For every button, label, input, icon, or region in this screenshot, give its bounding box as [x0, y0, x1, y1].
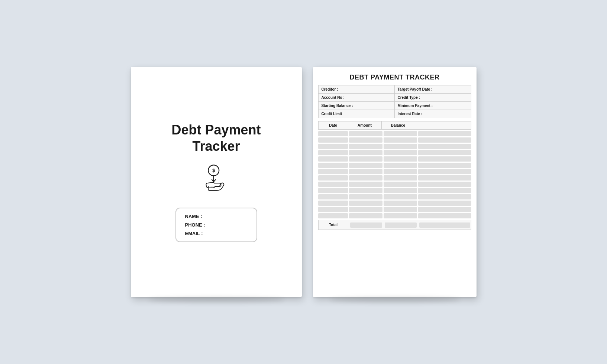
- cell-amount-11: [349, 201, 382, 206]
- cell-extra-2: [418, 144, 471, 149]
- cell-amount-6: [349, 169, 382, 174]
- target-payoff-label: Target Payoff Date :: [395, 85, 471, 94]
- cell-extra-7: [418, 175, 471, 181]
- cell-date-3: [318, 150, 348, 155]
- cell-extra-8: [418, 182, 471, 187]
- cell-balance-7: [384, 175, 417, 181]
- cell-amount-9: [349, 188, 382, 193]
- cell-extra-1: [418, 137, 471, 143]
- cell-extra-5: [418, 163, 471, 168]
- cell-balance-5: [384, 163, 417, 168]
- cell-date-11: [318, 201, 348, 206]
- table-row: [318, 188, 471, 193]
- payment-icon: $: [200, 163, 233, 196]
- cell-date-12: [318, 207, 348, 212]
- phone-label: PHONE :: [185, 222, 248, 228]
- table-row: [318, 131, 471, 136]
- table-row: [318, 175, 471, 181]
- cell-amount-0: [349, 131, 382, 136]
- tracker-table: Date Amount Balance: [318, 121, 471, 292]
- col-header-amount: Amount: [348, 121, 382, 129]
- credit-limit-label: Credit Limit: [319, 110, 395, 118]
- cell-extra-6: [418, 169, 471, 174]
- cell-amount-2: [349, 144, 382, 149]
- table-row: [318, 207, 471, 212]
- left-page: Debt Payment Tracker $ NAME : PHONE : EM…: [131, 67, 302, 297]
- cell-balance-12: [384, 207, 417, 212]
- table-header-row: Date Amount Balance: [318, 121, 471, 130]
- account-no-label: Account No :: [319, 94, 395, 102]
- cell-balance-8: [384, 182, 417, 187]
- minimum-payment-label: Minimum Payment :: [395, 102, 471, 110]
- cell-date-0: [318, 131, 348, 136]
- right-page: DEBT PAYMENT TRACKER Creditor : Target P…: [313, 67, 477, 297]
- table-row: [318, 163, 471, 168]
- col-header-extra: [415, 121, 471, 129]
- cell-date-6: [318, 169, 348, 174]
- cell-balance-9: [384, 188, 417, 193]
- table-row: [318, 150, 471, 155]
- table-row: [318, 169, 471, 174]
- left-page-title: Debt Payment Tracker: [171, 122, 261, 154]
- table-row: [318, 201, 471, 206]
- cell-date-8: [318, 182, 348, 187]
- cell-extra-13: [418, 213, 471, 218]
- table-row: [318, 213, 471, 218]
- table-row: [318, 137, 471, 143]
- cell-balance-4: [384, 156, 417, 162]
- cell-amount-13: [349, 213, 382, 218]
- cell-amount-4: [349, 156, 382, 162]
- creditor-label: Creditor :: [319, 85, 395, 94]
- cell-extra-9: [418, 188, 471, 193]
- cell-extra-11: [418, 201, 471, 206]
- cell-extra-3: [418, 150, 471, 155]
- email-label: EMAIL :: [185, 231, 248, 236]
- cell-amount-10: [349, 194, 382, 199]
- cell-amount-7: [349, 175, 382, 181]
- cell-amount-5: [349, 163, 382, 168]
- total-row: Total: [318, 220, 471, 230]
- table-row: [318, 144, 471, 149]
- cell-amount-3: [349, 150, 382, 155]
- pages-container: Debt Payment Tracker $ NAME : PHONE : EM…: [131, 67, 477, 297]
- total-amount-bar: [350, 222, 382, 228]
- cell-date-13: [318, 213, 348, 218]
- table-row: [318, 156, 471, 162]
- cell-extra-4: [418, 156, 471, 162]
- cell-date-5: [318, 163, 348, 168]
- cell-balance-2: [384, 144, 417, 149]
- user-info-box: NAME : PHONE : EMAIL :: [175, 208, 257, 242]
- interest-rate-label: Interest Rate :: [395, 110, 471, 118]
- tracker-title: DEBT PAYMENT TRACKER: [318, 74, 471, 81]
- table-row: [318, 194, 471, 199]
- credit-type-label: Credit Type :: [395, 94, 471, 102]
- cell-extra-12: [418, 207, 471, 212]
- info-grid: Creditor : Target Payoff Date : Account …: [318, 85, 471, 118]
- cell-balance-0: [384, 131, 417, 136]
- cell-balance-3: [384, 150, 417, 155]
- cell-balance-11: [384, 201, 417, 206]
- cell-amount-8: [349, 182, 382, 187]
- svg-text:$: $: [212, 168, 215, 173]
- cell-date-10: [318, 194, 348, 199]
- cell-date-4: [318, 156, 348, 162]
- col-header-balance: Balance: [382, 121, 415, 129]
- cell-balance-13: [384, 213, 417, 218]
- name-label: NAME :: [185, 214, 248, 219]
- cell-date-7: [318, 175, 348, 181]
- cell-amount-1: [349, 137, 382, 143]
- table-row: [318, 182, 471, 187]
- cell-date-2: [318, 144, 348, 149]
- cell-balance-1: [384, 137, 417, 143]
- total-balance-bar: [385, 222, 417, 228]
- cell-extra-0: [418, 131, 471, 136]
- cell-date-9: [318, 188, 348, 193]
- starting-balance-label: Starting Balance :: [319, 102, 395, 110]
- col-header-date: Date: [319, 121, 348, 129]
- cell-amount-12: [349, 207, 382, 212]
- table-rows: [318, 131, 471, 218]
- cell-balance-6: [384, 169, 417, 174]
- cell-balance-10: [384, 194, 417, 199]
- total-extra-bar: [419, 222, 470, 228]
- cell-date-1: [318, 137, 348, 143]
